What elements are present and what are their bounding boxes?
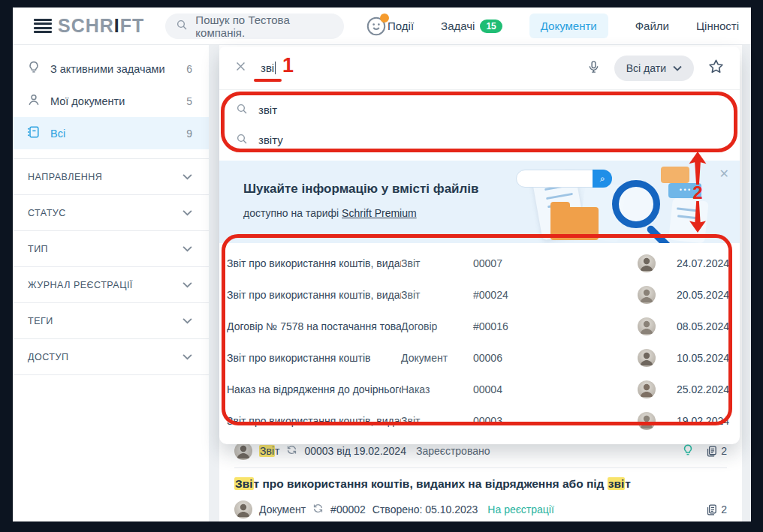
- section-label: ТЕГИ: [28, 316, 53, 326]
- preview-date: 19.02.2024: [666, 415, 729, 427]
- sidebar-section-direction[interactable]: НАПРАВЛЕННЯ: [13, 159, 209, 195]
- search-dropdown-panel: зві Всі дати звіт звіту: [219, 47, 740, 444]
- suggestion-item[interactable]: звіт: [219, 95, 740, 125]
- chevron-down-icon: [182, 281, 192, 288]
- preview-date: 25.02.2024: [666, 383, 729, 395]
- suggestion-text: звіту: [258, 134, 283, 146]
- nav-events[interactable]: Події: [388, 20, 414, 32]
- suggestion-item[interactable]: звіту: [219, 125, 740, 155]
- preview-row[interactable]: Договір № 7578 на постачання товару «05»…: [219, 311, 740, 342]
- search-query-input[interactable]: зві: [261, 62, 276, 74]
- global-search-input[interactable]: Пошук по Тестова компанія.: [165, 14, 344, 39]
- main-content: Звіт про використання коштів, виданих на…: [209, 45, 751, 521]
- copies-indicator[interactable]: 2: [705, 503, 727, 516]
- illustration-document: [668, 198, 709, 243]
- lightbulb-icon: [26, 60, 41, 77]
- result-title[interactable]: Звіт про використання коштів, виданих на…: [219, 468, 742, 494]
- chevron-down-icon: [673, 65, 682, 71]
- sidebar-item-label: Всі: [50, 128, 65, 140]
- created-date: Створено: 05.10.2023: [372, 503, 478, 515]
- chevron-down-icon: [182, 173, 192, 180]
- preview-title: Звіт про використання коштів, виданих на…: [227, 289, 401, 301]
- highlight: Зві: [234, 477, 254, 490]
- status-label: Зареєстровано: [416, 445, 490, 457]
- menu-icon[interactable]: [34, 19, 52, 33]
- document-icon: [26, 125, 41, 142]
- nav-values[interactable]: Цінності: [696, 20, 739, 32]
- microphone-icon[interactable]: [587, 58, 601, 79]
- preview-number: 00006: [473, 352, 536, 364]
- sidebar-item-my-documents[interactable]: Мої документи 5: [13, 85, 209, 117]
- notification-dot: [380, 14, 389, 23]
- preview-type: Звіт: [401, 257, 473, 269]
- sidebar-item-count: 5: [186, 95, 192, 107]
- pages-icon: [705, 445, 718, 458]
- sidebar-section-status[interactable]: СТАТУС: [13, 195, 209, 231]
- premium-link[interactable]: Schrift Premium: [342, 207, 417, 219]
- date-filter-dropdown[interactable]: Всі дати: [614, 56, 694, 81]
- status-label: На реєстрації: [487, 503, 554, 515]
- topbar: SCHRIFT Пошук по Тестова компанія. Події…: [13, 8, 751, 45]
- illustration-magnifier: [612, 180, 660, 228]
- pages-icon: [705, 503, 718, 516]
- banner-title: Шукайте інформацію у вмісті файлів: [243, 182, 479, 197]
- illustration-search-button: ⌕: [593, 170, 612, 188]
- date-filter-label: Всі дати: [626, 62, 666, 74]
- app-logo: SCHRIFT: [58, 15, 144, 37]
- search-icon: [236, 133, 248, 147]
- app-window: SCHRIFT Пошук по Тестова компанія. Події…: [13, 8, 751, 521]
- preview-row[interactable]: Звіт про використання коштів, виданих на…: [219, 279, 740, 311]
- main-nav: Події Задачі15 Документи Файли Цінності: [388, 14, 739, 38]
- avatar: [638, 317, 656, 335]
- sidebar-section-type[interactable]: ТИП: [13, 231, 209, 267]
- section-label: СТАТУС: [28, 208, 66, 218]
- logo-accent-letter: I: [114, 15, 120, 36]
- preview-type: Звіт: [401, 415, 473, 427]
- avatar: [638, 380, 656, 398]
- preview-title: Звіт про використання коштів, виданих на…: [227, 257, 401, 269]
- copies-indicator[interactable]: 2: [705, 445, 727, 458]
- preview-row[interactable]: Звіт про використання коштів, виданих на…: [219, 248, 740, 279]
- avatar: [234, 442, 252, 460]
- search-icon: [236, 103, 248, 117]
- sidebar-item-count: 9: [186, 128, 192, 140]
- section-label: НАПРАВЛЕННЯ: [28, 172, 102, 182]
- banner-subtitle: доступно на тарифі Schrift Premium: [243, 207, 417, 219]
- sidebar-section-tags[interactable]: ТЕГИ: [13, 303, 209, 339]
- doc-number: #00002: [330, 503, 366, 515]
- global-search-placeholder: Пошук по Тестова компанія.: [195, 14, 333, 39]
- banner-illustration: ⌕ • • •: [469, 161, 717, 243]
- preview-number: #00016: [473, 320, 536, 332]
- avatar: [638, 412, 656, 430]
- nav-files[interactable]: Файли: [635, 20, 669, 32]
- banner-close-icon[interactable]: ✕: [719, 167, 729, 181]
- sidebar-item-all[interactable]: Всі 9: [13, 117, 209, 149]
- preview-row[interactable]: Наказ на відрядження до дочірнього підпр…: [219, 374, 740, 405]
- search-icon: [176, 19, 188, 33]
- tasks-count-badge: 15: [480, 20, 502, 33]
- refresh-icon: [286, 444, 297, 458]
- preview-row[interactable]: Звіт про використання коштів Документ 00…: [219, 342, 740, 374]
- screenshot-frame: SCHRIFT Пошук по Тестова компанія. Події…: [0, 0, 763, 532]
- preview-title: Звіт про використання коштів: [227, 352, 401, 364]
- sidebar-item-active-tasks[interactable]: З активними задачами 6: [13, 53, 209, 85]
- star-icon[interactable]: [707, 58, 725, 78]
- sidebar-section-registry[interactable]: ЖУРНАЛ РЕЄСТРАЦІЇ: [13, 267, 209, 303]
- preview-date: 24.07.2024: [666, 257, 729, 269]
- assistant-icon[interactable]: [365, 15, 388, 38]
- nav-tasks[interactable]: Задачі15: [441, 20, 502, 33]
- result-meta-row[interactable]: Документ #00002 Створено: 05.10.2023 На …: [219, 494, 742, 521]
- chevron-down-icon: [182, 209, 192, 216]
- preview-type: Звіт: [401, 289, 473, 301]
- sidebar-section-access[interactable]: ДОСТУП: [13, 339, 209, 375]
- section-label: ДОСТУП: [28, 352, 68, 362]
- illustration-sticky-note: [661, 167, 689, 183]
- title-text: т: [625, 477, 631, 490]
- preview-number: 00004: [473, 383, 536, 395]
- preview-date: 08.05.2024: [666, 320, 729, 332]
- close-icon[interactable]: [234, 60, 247, 76]
- sidebar-item-label: З активними задачами: [50, 63, 165, 75]
- nav-documents[interactable]: Документи: [529, 14, 608, 38]
- lightbulb-task-icon[interactable]: [681, 443, 695, 459]
- preview-row[interactable]: Звіт про використання коштів, виданих на…: [219, 405, 740, 437]
